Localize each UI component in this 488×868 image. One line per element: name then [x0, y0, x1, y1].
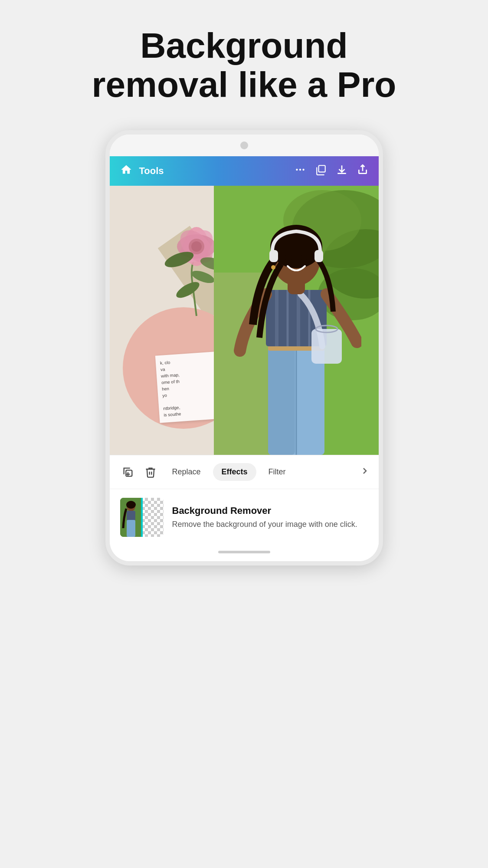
header-title: Tools — [139, 165, 288, 177]
svg-rect-45 — [127, 511, 135, 520]
bg-remover-text-content: Background Remover Remove the background… — [172, 505, 368, 530]
svg-rect-36 — [314, 250, 323, 262]
svg-point-2 — [302, 169, 304, 171]
phone-top-bar — [110, 135, 379, 156]
svg-point-47 — [126, 501, 136, 509]
page-headline: Background removal like a Pro — [92, 26, 396, 104]
svg-rect-22 — [268, 346, 295, 455]
svg-rect-35 — [269, 250, 278, 262]
bg-remover-description: Remove the background of your image with… — [172, 519, 368, 530]
bg-remover-title: Background Remover — [172, 505, 368, 516]
filter-btn[interactable]: Filter — [260, 463, 295, 481]
svg-point-34 — [301, 254, 308, 260]
more-options-chevron[interactable] — [360, 466, 370, 479]
svg-rect-38 — [311, 329, 342, 364]
headline-line2: removal like a Pro — [92, 65, 396, 104]
editing-toolbar: Replace Effects Filter — [110, 455, 379, 489]
svg-point-33 — [285, 254, 292, 260]
svg-point-5 — [174, 279, 202, 301]
svg-point-0 — [296, 169, 298, 171]
svg-rect-46 — [127, 520, 135, 537]
svg-point-37 — [271, 265, 275, 270]
thumbnail-photo-half — [120, 498, 142, 537]
photo-background — [214, 186, 379, 455]
bg-remover-card[interactable]: Background Remover Remove the background… — [110, 489, 379, 546]
phone-bottom-bar — [110, 546, 379, 561]
phone-mockup: Tools — [105, 130, 383, 566]
delete-icon-btn[interactable] — [141, 463, 160, 482]
share-icon[interactable] — [357, 164, 368, 178]
bg-remover-thumbnail — [120, 498, 164, 537]
headline-line1: Background — [140, 26, 347, 65]
effects-btn[interactable]: Effects — [213, 463, 256, 481]
header-actions — [295, 164, 368, 178]
svg-point-12 — [191, 241, 202, 252]
woman-figure — [231, 203, 361, 455]
thumbnail-checker-half — [142, 498, 164, 537]
layers-icon[interactable] — [315, 164, 327, 178]
home-icon[interactable] — [120, 164, 132, 179]
download-icon[interactable] — [336, 164, 347, 178]
home-indicator — [218, 551, 270, 553]
svg-point-1 — [299, 169, 301, 171]
app-header: Tools — [110, 156, 379, 186]
replace-btn[interactable]: Replace — [164, 463, 210, 481]
canvas-area[interactable]: k, clovawith map,ome of thhenyontbridge,… — [110, 186, 379, 455]
thumbnail-teal-line — [141, 498, 143, 537]
phone-camera — [240, 141, 248, 149]
svg-rect-40 — [126, 470, 132, 476]
svg-rect-3 — [318, 166, 325, 172]
more-icon[interactable] — [295, 164, 306, 178]
duplicate-icon-btn[interactable] — [118, 463, 138, 482]
